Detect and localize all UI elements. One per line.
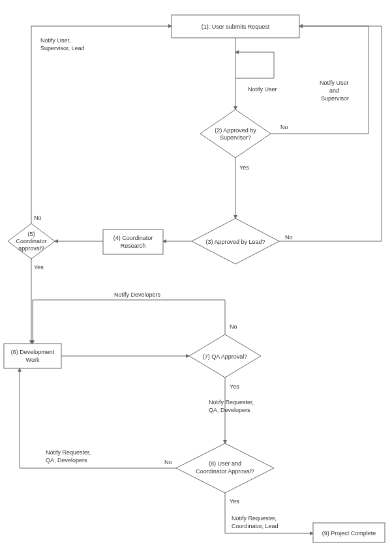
label-no-7: No [230, 323, 237, 330]
label-notify-rcl-1: Notify Requester, [232, 515, 277, 522]
node-user-coord-label2: Coordinator Approval? [196, 468, 254, 475]
label-notify-user-supervisor-3: Supervisor [321, 95, 349, 102]
node-approved-supervisor [200, 110, 271, 158]
label-notify-rqd-1: Notify Requester, [209, 399, 254, 406]
label-no-3: No [285, 234, 293, 241]
label-yes-8: Yes [230, 498, 239, 505]
label-yes-2: Yes [239, 164, 249, 171]
node-dev-work-label2: Work [26, 357, 40, 363]
node-approved-lead-label: (3) Approved by Lead? [205, 239, 265, 245]
label-no-5: No [34, 214, 42, 221]
label-no-8: No [164, 459, 172, 466]
label-notify-rqd2-2: QA, Developers [46, 457, 87, 464]
node-coord-approval-label1: (5) [28, 231, 35, 237]
label-notify-developers: Notify Developers [114, 291, 161, 298]
node-approved-supervisor-label1: (2) Approved by [215, 127, 256, 134]
node-coord-research-label2: Research [121, 243, 146, 249]
label-notify-rqd2-1: Notify Requester, [46, 449, 91, 456]
node-approved-supervisor-label2: Supervisor? [220, 134, 251, 141]
node-development-work [4, 344, 61, 368]
node-coord-approval-label2: Coordinator [16, 238, 46, 244]
node-coord-research-label1: (4) Coordinator [113, 235, 153, 241]
label-notify-rcl-2: Coordinator, Lead [232, 523, 279, 529]
node-user-request-label: (1): User submits Request [202, 23, 270, 30]
node-qa-approval-label: (7) QA Approval? [203, 353, 248, 360]
label-no-2: No [280, 124, 288, 130]
node-project-complete-label: (9) Project Complete [322, 530, 376, 537]
label-notify-rqd-2: QA, Developers [209, 407, 250, 413]
label-notify-user-supervisor-2: and [329, 87, 339, 94]
label-notify-user: Notify User [248, 86, 277, 93]
label-yes-5: Yes [34, 264, 44, 271]
node-dev-work-label1: (6) Development [11, 349, 55, 355]
node-coord-approval-label3: approval? [18, 245, 44, 252]
node-user-coord-label1: (8) User and [209, 460, 241, 467]
label-notify-usl-1: Notify User, [40, 37, 71, 44]
flowchart: (1): User submits Request Notify User (2… [0, 0, 392, 547]
label-notify-user-supervisor-1: Notify User [320, 80, 349, 86]
label-notify-usl-2: Supervisor, Lead [40, 45, 85, 52]
node-coordinator-research [103, 229, 163, 254]
label-yes-7: Yes [230, 383, 239, 390]
